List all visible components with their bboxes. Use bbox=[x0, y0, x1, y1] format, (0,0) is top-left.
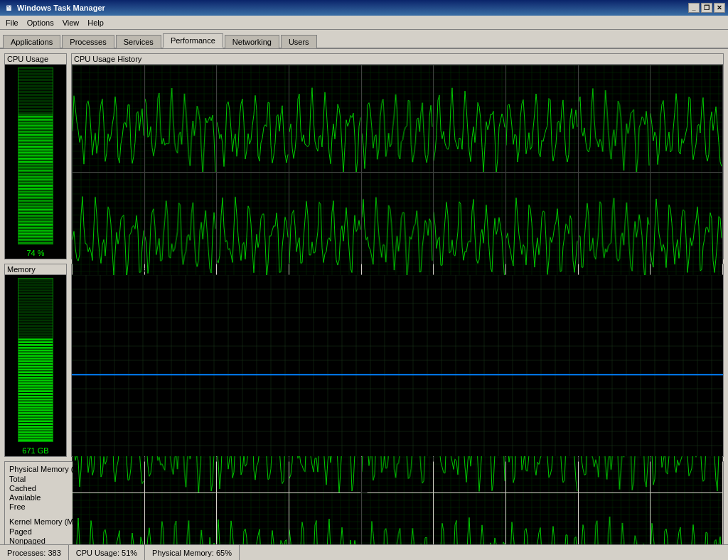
memory-history-panel: Physical Memory Usage History bbox=[71, 264, 724, 457]
app-icon: 🖥 bbox=[3, 2, 14, 14]
cpu-bar-container bbox=[5, 65, 66, 247]
memory-usage-panel: Memory 671 GB bbox=[4, 264, 67, 457]
main-content: CPU Usage 74 % CPU Usage History Memory bbox=[0, 49, 728, 545]
cpu-history-cell bbox=[506, 65, 578, 172]
memory-history-canvas bbox=[72, 275, 723, 456]
cpu-history-cell bbox=[362, 65, 434, 172]
tab-users[interactable]: Users bbox=[281, 35, 317, 48]
menu-file[interactable]: File bbox=[1, 17, 23, 28]
memory-label: 671 GB bbox=[5, 445, 66, 456]
cpu-history-cell bbox=[289, 65, 361, 172]
tab-performance[interactable]: Performance bbox=[163, 33, 223, 48]
close-button[interactable]: ✕ bbox=[714, 3, 725, 13]
cpu-usage-title: CPU Usage bbox=[5, 54, 66, 65]
bottom-section: Memory 671 GB Physical Memory Usage Hist… bbox=[4, 264, 724, 457]
cpu-history-cell bbox=[145, 65, 217, 172]
cpu-history-cell bbox=[579, 173, 651, 279]
menu-help[interactable]: Help bbox=[83, 17, 108, 28]
cpu-history-cell bbox=[651, 173, 722, 279]
cpu-bar-canvas bbox=[18, 68, 53, 244]
title-bar-text: Windows Task Manager bbox=[17, 4, 688, 12]
tab-applications[interactable]: Applications bbox=[3, 35, 60, 48]
cpu-history-cell bbox=[362, 173, 434, 279]
tab-bar: Applications Processes Services Performa… bbox=[0, 30, 728, 49]
cpu-bar bbox=[18, 68, 53, 244]
cpu-history-cell bbox=[289, 173, 361, 279]
pm-available-label: Available bbox=[9, 493, 41, 502]
pm-cached-label: Cached bbox=[9, 484, 36, 492]
cpu-history-cell bbox=[651, 65, 722, 172]
menu-options[interactable]: Options bbox=[23, 17, 58, 28]
cpu-history-cell bbox=[145, 173, 217, 279]
cpu-history-cell bbox=[73, 173, 144, 279]
cpu-history-cell bbox=[73, 65, 144, 172]
pm-total-label: Total bbox=[9, 475, 26, 483]
title-bar: 🖥 Windows Task Manager _ ❐ ✕ bbox=[0, 0, 728, 16]
status-memory: Physical Memory: 65% bbox=[145, 545, 240, 560]
menu-bar: File Options View Help bbox=[0, 16, 728, 30]
title-bar-buttons: _ ❐ ✕ bbox=[688, 3, 725, 13]
pm-free-label: Free bbox=[9, 502, 26, 511]
tab-networking[interactable]: Networking bbox=[225, 35, 279, 48]
km-paged-label: Paged bbox=[9, 527, 32, 536]
status-cpu: CPU Usage: 51% bbox=[69, 545, 145, 560]
cpu-history-cell bbox=[506, 173, 578, 279]
memory-bar-container bbox=[5, 275, 66, 445]
restore-button[interactable]: ❐ bbox=[701, 3, 712, 13]
cpu-history-cell bbox=[434, 173, 505, 279]
status-bar: Processes: 383 CPU Usage: 51% Physical M… bbox=[0, 544, 728, 560]
cpu-history-cell bbox=[217, 173, 289, 279]
minimize-button[interactable]: _ bbox=[688, 3, 700, 13]
cpu-history-cell bbox=[434, 65, 505, 172]
cpu-percentage-label: 74 % bbox=[5, 247, 66, 259]
status-processes: Processes: 383 bbox=[0, 545, 69, 560]
memory-bar bbox=[18, 278, 53, 442]
cpu-history-title: CPU Usage History bbox=[72, 54, 723, 65]
cpu-usage-panel: CPU Usage 74 % bbox=[4, 53, 67, 259]
top-section: CPU Usage 74 % CPU Usage History bbox=[4, 53, 724, 259]
tab-processes[interactable]: Processes bbox=[62, 35, 114, 48]
tab-services[interactable]: Services bbox=[116, 35, 161, 48]
memory-usage-title: Memory bbox=[5, 264, 66, 275]
cpu-history-cell bbox=[217, 65, 289, 172]
cpu-history-panel: CPU Usage History bbox=[71, 53, 724, 259]
cpu-history-cell bbox=[579, 65, 651, 172]
memory-history-graph bbox=[72, 275, 723, 456]
memory-bar-canvas bbox=[18, 279, 53, 441]
menu-view[interactable]: View bbox=[58, 17, 84, 28]
